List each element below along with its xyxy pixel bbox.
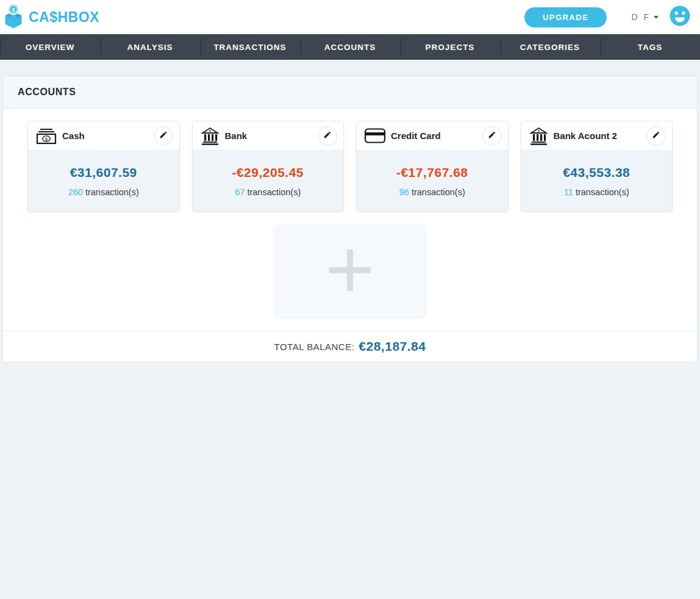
- smiley-avatar-icon: [667, 3, 693, 31]
- account-name: Bank Acount 2: [554, 131, 617, 141]
- account-card-bank-acount-2[interactable]: Bank Acount 2 €43,553.38 11 transaction(…: [521, 121, 673, 212]
- edit-account-button[interactable]: [482, 126, 502, 146]
- account-balance: €43,553.38: [563, 165, 630, 180]
- nav-item-transactions[interactable]: TRANSACTIONS: [200, 34, 300, 60]
- nav-item-accounts[interactable]: ACCOUNTS: [300, 34, 400, 60]
- transaction-count-label: transaction(s): [85, 187, 139, 197]
- nav-item-categories[interactable]: CATEGORIES: [500, 34, 600, 60]
- card-header: Bank: [193, 121, 344, 151]
- transaction-count-number: 67: [235, 187, 245, 197]
- transaction-count-number: 11: [564, 187, 573, 197]
- total-balance-bar: TOTAL BALANCE: €28,187.84: [3, 331, 697, 362]
- account-cards-row: $ Cash €31,607.59 260 transaction(s): [3, 121, 697, 212]
- cash-icon: $: [35, 127, 57, 145]
- transaction-count-label: transaction(s): [576, 187, 629, 197]
- account-name: Bank: [225, 131, 248, 141]
- account-transaction-count: 11 transaction(s): [564, 187, 629, 197]
- panel-body: $ Cash €31,607.59 260 transaction(s): [3, 109, 697, 331]
- edit-account-button[interactable]: [318, 126, 337, 146]
- account-balance: €31,607.59: [70, 165, 137, 180]
- card-body: -€29,205.45 67 transaction(s): [193, 151, 344, 211]
- bank-icon: [200, 126, 220, 146]
- card-header: Credit Card: [357, 121, 508, 151]
- card-body: -€17,767.68 96 transaction(s): [357, 151, 508, 211]
- edit-account-button[interactable]: [646, 126, 666, 146]
- account-card-credit-card[interactable]: Credit Card -€17,767.68 96 transaction(s…: [356, 121, 509, 212]
- bank-icon: [529, 126, 549, 146]
- brand-logo[interactable]: $ CA$HBOX: [2, 3, 99, 31]
- top-header: $ CA$HBOX UPGRADE D F: [0, 0, 700, 34]
- total-balance-label: TOTAL BALANCE:: [274, 342, 355, 352]
- credit-card-icon: [364, 127, 386, 144]
- transaction-count-number: 96: [399, 187, 409, 197]
- pencil-icon: [159, 131, 168, 141]
- nav-item-overview[interactable]: OVERVIEW: [0, 34, 100, 60]
- card-header: Bank Acount 2: [521, 121, 673, 151]
- account-transaction-count: 96 transaction(s): [399, 187, 465, 197]
- edit-account-button[interactable]: [154, 126, 173, 146]
- accounts-panel: ACCOUNTS $ Cash: [2, 76, 698, 362]
- brand-name: CA$HBOX: [29, 9, 99, 26]
- svg-text:$: $: [45, 136, 48, 142]
- add-account-card[interactable]: [274, 225, 426, 317]
- card-body: €31,607.59 260 transaction(s): [28, 151, 179, 211]
- page-title: ACCOUNTS: [18, 87, 76, 97]
- account-balance: -€17,767.68: [396, 165, 468, 180]
- nav-item-analysis[interactable]: ANALYSIS: [100, 34, 200, 60]
- nav-item-projects[interactable]: PROJECTS: [400, 34, 500, 60]
- account-name: Credit Card: [391, 131, 441, 141]
- chevron-down-icon: [654, 16, 659, 19]
- account-card-bank[interactable]: Bank -€29,205.45 67 transaction(s): [192, 121, 345, 212]
- account-name: Cash: [62, 131, 85, 141]
- add-card-row: [3, 225, 697, 317]
- user-initials: D F: [631, 12, 651, 22]
- pencil-icon: [652, 131, 660, 141]
- account-card-cash[interactable]: $ Cash €31,607.59 260 transaction(s): [27, 121, 180, 212]
- user-initials-dropdown[interactable]: D F: [631, 12, 659, 22]
- pencil-icon: [488, 131, 496, 141]
- nav-item-tags[interactable]: TAGS: [600, 34, 700, 60]
- cashbox-logo-icon: $: [2, 3, 24, 31]
- svg-text:$: $: [12, 7, 15, 13]
- upgrade-button[interactable]: UPGRADE: [524, 7, 607, 27]
- transaction-count-number: 260: [68, 187, 83, 197]
- avatar[interactable]: [667, 3, 693, 31]
- main-navigation: OVERVIEW ANALYSIS TRANSACTIONS ACCOUNTS …: [0, 34, 700, 60]
- transaction-count-label: transaction(s): [412, 187, 465, 197]
- account-transaction-count: 67 transaction(s): [235, 187, 301, 197]
- total-balance-value: €28,187.84: [359, 339, 426, 354]
- panel-header: ACCOUNTS: [3, 76, 697, 109]
- card-header: $ Cash: [28, 121, 179, 151]
- plus-icon: [328, 248, 372, 295]
- card-body: €43,553.38 11 transaction(s): [521, 151, 673, 211]
- account-transaction-count: 260 transaction(s): [68, 187, 139, 197]
- transaction-count-label: transaction(s): [247, 187, 301, 197]
- pencil-icon: [323, 131, 332, 141]
- account-balance: -€29,205.45: [232, 165, 304, 180]
